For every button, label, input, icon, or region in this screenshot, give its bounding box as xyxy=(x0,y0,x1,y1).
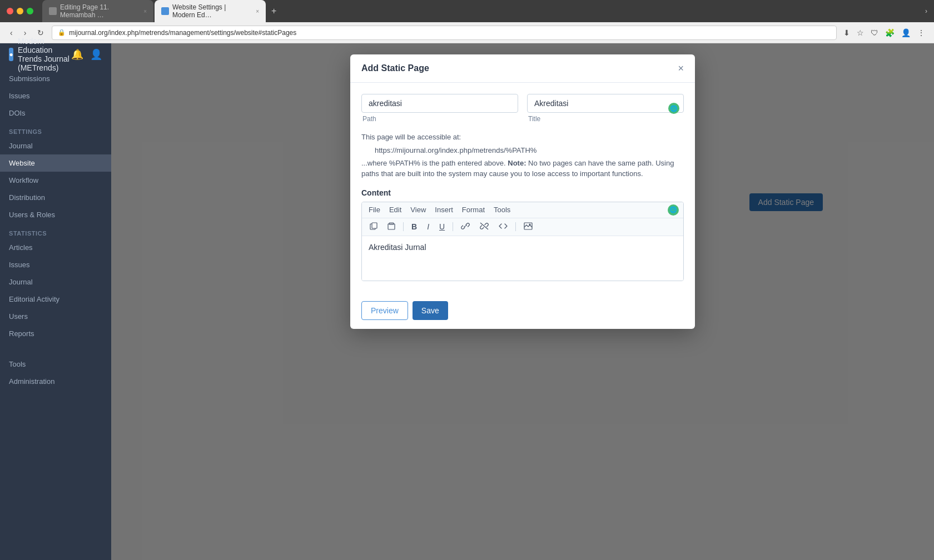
sidebar-item-users-roles[interactable]: Users & Roles xyxy=(0,206,111,223)
editor-bold-btn[interactable]: B xyxy=(408,221,420,233)
app-logo: ● xyxy=(9,48,13,61)
sidebar-item-issues[interactable]: Issues xyxy=(0,87,111,104)
address-text: mijournal.org/index.php/metrends/managem… xyxy=(69,29,296,37)
browser-toolbar-icons: ⬇ ☆ 🛡 🧩 👤 ⋮ xyxy=(841,26,927,39)
editor-link-btn[interactable] xyxy=(458,221,473,233)
sidebar-item-reports[interactable]: Reports xyxy=(0,325,111,342)
sidebar-item-stat-issues-label: Issues xyxy=(9,261,30,269)
modal-close-button[interactable]: × xyxy=(678,63,684,73)
notification-icon[interactable]: 🔔 xyxy=(71,48,83,61)
title-input[interactable] xyxy=(527,94,684,113)
title-globe-icon: 🌐 xyxy=(668,103,679,114)
title-field-group: 🌐 Title xyxy=(527,94,684,123)
editor-menu-view[interactable]: View xyxy=(408,204,428,215)
tab-1-close[interactable]: × xyxy=(143,8,147,14)
sidebar-item-distribution[interactable]: Distribution xyxy=(0,189,111,206)
sidebar-item-submissions[interactable]: Submissions xyxy=(0,70,111,87)
editor-menu-tools[interactable]: Tools xyxy=(491,204,513,215)
browser-tab-1[interactable]: Editing Page 11. Memambah … × xyxy=(42,0,153,22)
sidebar-item-reports-label: Reports xyxy=(9,329,34,338)
editor-code-btn[interactable] xyxy=(495,221,511,233)
menu-icon[interactable]: ⋮ xyxy=(915,26,927,39)
close-traffic-light[interactable] xyxy=(7,8,13,14)
editor-separator-3 xyxy=(515,222,516,231)
header-right-icons: 🔔 👤 xyxy=(71,48,102,61)
editor-separator-2 xyxy=(453,222,453,231)
path-title-row: Path 🌐 Title xyxy=(361,94,684,123)
shield-icon[interactable]: 🛡 xyxy=(868,26,881,39)
lock-icon: 🔒 xyxy=(58,29,66,36)
sidebar-item-dois[interactable]: DOIs xyxy=(0,104,111,122)
editor-content-text: Akreditasi Jurnal xyxy=(369,243,426,252)
editor-wrapper: File Edit View Insert Format Tools 🌐 xyxy=(361,202,684,281)
sidebar-item-journal-label: Journal xyxy=(9,142,33,150)
sidebar-item-editorial-activity[interactable]: Editorial Activity xyxy=(0,291,111,308)
star-icon[interactable]: ☆ xyxy=(854,26,866,39)
sidebar-item-editorial-activity-label: Editorial Activity xyxy=(9,295,59,303)
note-prefix: ...where %PATH% is the path entered abov… xyxy=(361,159,508,167)
sidebar-item-articles[interactable]: Articles xyxy=(0,239,111,256)
modal-body: Path 🌐 Title This page will be accessibl… xyxy=(350,83,695,292)
tab-2-close[interactable]: × xyxy=(256,8,259,14)
sidebar-nav: Submissions Issues DOIs Settings Journal… xyxy=(0,66,111,560)
sidebar-item-users-label: Users xyxy=(9,312,28,321)
profile-icon[interactable]: 👤 xyxy=(899,26,913,39)
title-label: Title xyxy=(527,115,684,123)
statistics-section-label: Statistics xyxy=(0,223,111,239)
modal-overlay: Add Static Page × Path 🌐 Tit xyxy=(111,43,934,560)
editor-menu-format[interactable]: Format xyxy=(460,204,487,215)
svg-point-6 xyxy=(529,223,531,225)
path-input[interactable] xyxy=(361,94,518,113)
sidebar-item-tools-label: Tools xyxy=(9,360,26,368)
sidebar-item-distribution-label: Distribution xyxy=(9,193,45,202)
puzzle-icon[interactable]: 🧩 xyxy=(883,26,897,39)
browser-tab-2[interactable]: Website Settings | Modern Ed… × xyxy=(155,0,266,22)
editor-menu-edit[interactable]: Edit xyxy=(387,204,404,215)
editor-copy-btn[interactable] xyxy=(366,221,381,233)
browser-tabs: Editing Page 11. Memambah … × Website Se… xyxy=(42,0,921,22)
editor-menu-bar: File Edit View Insert Format Tools 🌐 xyxy=(362,202,683,218)
tab-2-label: Website Settings | Modern Ed… xyxy=(172,3,250,19)
editor-globe-icon: 🌐 xyxy=(668,204,679,216)
sidebar-item-website[interactable]: Website xyxy=(0,154,111,172)
editor-paste-btn[interactable] xyxy=(384,221,399,233)
sidebar-item-administration-label: Administration xyxy=(9,377,54,386)
note-text: ...where %PATH% is the path entered abov… xyxy=(361,158,684,179)
logo-symbol: ● xyxy=(9,51,13,58)
add-static-page-modal: Add Static Page × Path 🌐 Tit xyxy=(350,54,695,329)
sidebar-item-journal[interactable]: Journal xyxy=(0,137,111,154)
modal-footer: Preview Save xyxy=(350,292,695,329)
minimize-traffic-light[interactable] xyxy=(17,8,23,14)
main-content: Add Static Page Add Static Page × Path xyxy=(111,43,934,560)
tab-1-label: Editing Page 11. Memambah … xyxy=(60,3,138,19)
content-label: Content xyxy=(361,188,684,197)
sidebar-item-stat-journal[interactable]: Journal xyxy=(0,273,111,291)
editor-underline-btn[interactable]: U xyxy=(436,221,448,233)
settings-section-label: Settings xyxy=(0,122,111,137)
editor-image-btn[interactable] xyxy=(520,221,536,233)
sidebar-item-workflow[interactable]: Workflow xyxy=(0,172,111,189)
editor-unlink-btn[interactable] xyxy=(476,221,492,233)
sidebar-item-stat-issues[interactable]: Issues xyxy=(0,256,111,273)
editor-content-area[interactable]: Akreditasi Jurnal xyxy=(362,236,683,281)
sidebar-item-users[interactable]: Users xyxy=(0,308,111,325)
sidebar-item-administration[interactable]: Administration xyxy=(0,373,111,390)
sidebar-item-articles-label: Articles xyxy=(9,243,33,252)
note-bold: Note: xyxy=(508,159,526,167)
preview-button[interactable]: Preview xyxy=(361,301,408,320)
sidebar-item-tools[interactable]: Tools xyxy=(0,356,111,373)
save-button[interactable]: Save xyxy=(413,301,448,320)
user-icon[interactable]: 👤 xyxy=(90,48,102,61)
new-tab-button[interactable]: + xyxy=(267,0,281,22)
maximize-traffic-light[interactable] xyxy=(27,8,33,14)
tabs-chevron[interactable]: › xyxy=(925,7,927,15)
sidebar-item-issues-label: Issues xyxy=(9,92,30,100)
app-container: ● Modern Education Trends Journal (METre… xyxy=(0,43,934,560)
editor-menu-file[interactable]: File xyxy=(366,204,382,215)
tab-1-favicon xyxy=(49,7,57,15)
address-bar[interactable]: 🔒 mijournal.org/index.php/metrends/manag… xyxy=(52,26,837,40)
editor-menu-insert[interactable]: Insert xyxy=(433,204,455,215)
editor-italic-btn[interactable]: I xyxy=(424,221,433,233)
editor-toolbar-buttons: B I U xyxy=(362,218,683,236)
download-icon[interactable]: ⬇ xyxy=(841,26,852,39)
